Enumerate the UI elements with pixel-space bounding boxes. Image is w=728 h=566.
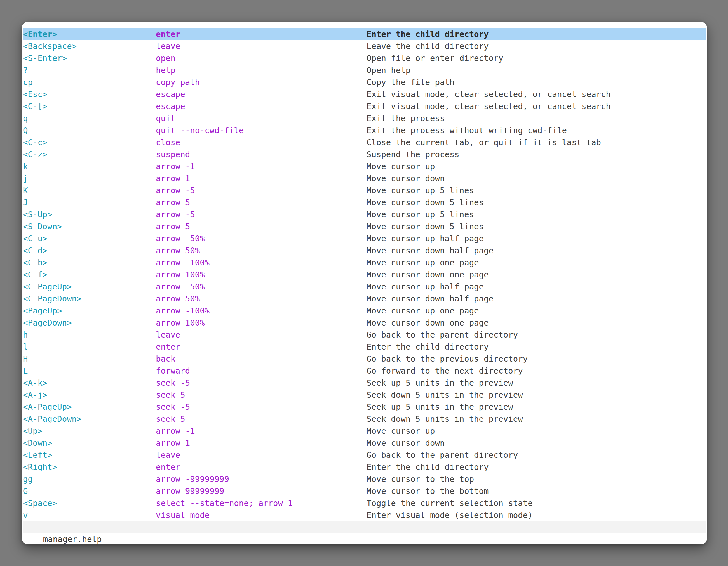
keybind-key: <Esc> bbox=[23, 88, 156, 100]
keybind-command: arrow 50% bbox=[156, 245, 367, 257]
keybind-command: arrow -50% bbox=[156, 233, 367, 245]
keybind-command: arrow 1 bbox=[156, 173, 367, 185]
keybind-description: Move cursor up half page bbox=[367, 281, 706, 293]
keybind-description: Go back to the parent directory bbox=[367, 329, 706, 341]
keybind-row[interactable]: j arrow 1 Move cursor down bbox=[23, 173, 706, 185]
keybind-description: Seek down 5 units in the preview bbox=[367, 389, 706, 401]
keybind-command: quit bbox=[156, 112, 367, 125]
keybind-command: arrow -5 bbox=[156, 185, 367, 197]
keybind-row[interactable]: <Esc> escape Exit visual mode, clear sel… bbox=[23, 88, 706, 100]
keybind-row[interactable]: <S-Up> arrow -5 Move cursor up 5 lines bbox=[23, 209, 706, 221]
keybind-row[interactable]: <Enter> enter Enter the child directory bbox=[23, 28, 706, 40]
keybind-row[interactable]: ? help Open help bbox=[23, 64, 706, 76]
keybind-key: <Left> bbox=[23, 449, 156, 461]
keybind-description: Enter the child directory bbox=[367, 461, 706, 473]
keybind-command: arrow -100% bbox=[156, 305, 367, 317]
keybind-description: Suspend the process bbox=[367, 149, 706, 161]
keybind-row[interactable]: L forward Go forward to the next directo… bbox=[23, 365, 706, 377]
keybind-row[interactable]: H back Go back to the previous directory bbox=[23, 353, 706, 365]
keybind-command: arrow 5 bbox=[156, 197, 367, 209]
keybind-row[interactable]: l enter Enter the child directory bbox=[23, 341, 706, 353]
keybind-description: Move cursor up one page bbox=[367, 305, 706, 317]
keybind-command: help bbox=[156, 64, 367, 76]
keybind-key: <C-z> bbox=[23, 149, 156, 161]
keybind-key: h bbox=[23, 329, 156, 341]
keybind-row[interactable]: <C-[> escape Exit visual mode, clear sel… bbox=[23, 100, 706, 112]
keybind-command: open bbox=[156, 52, 367, 64]
keybind-row[interactable]: <S-Down> arrow 5 Move cursor down 5 line… bbox=[23, 221, 706, 233]
keybind-row[interactable]: <Backspace> leave Leave the child direct… bbox=[23, 40, 706, 52]
keybind-row[interactable]: cp copy path Copy the file path bbox=[23, 76, 706, 88]
keybind-key: v bbox=[23, 509, 156, 521]
keybind-description: Enter the child directory bbox=[367, 28, 706, 40]
keybind-row[interactable]: <Down> arrow 1 Move cursor down bbox=[23, 437, 706, 449]
keybind-row[interactable]: Q quit --no-cwd-file Exit the process wi… bbox=[23, 125, 706, 137]
keybind-command: leave bbox=[156, 449, 367, 461]
keybind-description: Move cursor down bbox=[367, 437, 706, 449]
keybind-row[interactable]: J arrow 5 Move cursor down 5 lines bbox=[23, 197, 706, 209]
keybind-description: Move cursor down one page bbox=[367, 317, 706, 329]
keybind-key: <PageUp> bbox=[23, 305, 156, 317]
keybind-row[interactable]: <A-k> seek -5 Seek up 5 units in the pre… bbox=[23, 377, 706, 389]
keybind-row[interactable]: <C-z> suspend Suspend the process bbox=[23, 149, 706, 161]
keybind-row[interactable]: gg arrow -99999999 Move cursor to the to… bbox=[23, 473, 706, 485]
keybind-description: Open file or enter directory bbox=[367, 52, 706, 64]
keybind-row[interactable]: <C-b> arrow -100% Move cursor up one pag… bbox=[23, 257, 706, 269]
keybind-key: G bbox=[23, 485, 156, 497]
keybind-key: <C-PageDown> bbox=[23, 293, 156, 305]
keybind-row[interactable]: <C-PageUp> arrow -50% Move cursor up hal… bbox=[23, 281, 706, 293]
keybind-row[interactable]: <C-c> close Close the current tab, or qu… bbox=[23, 137, 706, 149]
keybind-row[interactable]: <PageDown> arrow 100% Move cursor down o… bbox=[23, 317, 706, 329]
keybind-description: Enter the child directory bbox=[367, 341, 706, 353]
keybind-description: Move cursor up bbox=[367, 161, 706, 173]
keybind-command: escape bbox=[156, 88, 367, 100]
keybind-description: Move cursor down bbox=[367, 173, 706, 185]
keybind-command: enter bbox=[156, 341, 367, 353]
keybind-row[interactable]: h leave Go back to the parent directory bbox=[23, 329, 706, 341]
keybind-row[interactable]: v visual_mode Enter visual mode (selecti… bbox=[23, 509, 706, 521]
keybind-command: arrow -50% bbox=[156, 281, 367, 293]
keybind-command: enter bbox=[156, 461, 367, 473]
keybind-key: <S-Enter> bbox=[23, 52, 156, 64]
keybind-description: Move cursor up 5 lines bbox=[367, 185, 706, 197]
keybind-command: quit --no-cwd-file bbox=[156, 125, 367, 137]
keybind-row[interactable]: <Right> enter Enter the child directory bbox=[23, 461, 706, 473]
keybind-description: Move cursor down 5 lines bbox=[367, 221, 706, 233]
keybind-key: <C-b> bbox=[23, 257, 156, 269]
keybind-description: Toggle the current selection state bbox=[367, 497, 706, 509]
keybind-row[interactable]: <C-f> arrow 100% Move cursor down one pa… bbox=[23, 269, 706, 281]
keybind-row[interactable]: <A-PageUp> seek -5 Seek up 5 units in th… bbox=[23, 401, 706, 413]
keybind-row[interactable]: <C-d> arrow 50% Move cursor down half pa… bbox=[23, 245, 706, 257]
keybind-row[interactable]: <Space> select --state=none; arrow 1 Tog… bbox=[23, 497, 706, 509]
keybind-row[interactable]: <C-u> arrow -50% Move cursor up half pag… bbox=[23, 233, 706, 245]
keybind-command: seek 5 bbox=[156, 389, 367, 401]
keybind-key: <Enter> bbox=[23, 28, 156, 40]
keybind-row[interactable]: <PageUp> arrow -100% Move cursor up one … bbox=[23, 305, 706, 317]
keybind-command: arrow 100% bbox=[156, 269, 367, 281]
keybind-row[interactable]: <C-PageDown> arrow 50% Move cursor down … bbox=[23, 293, 706, 305]
keybind-description: Enter visual mode (selection mode) bbox=[367, 509, 706, 521]
keybind-key: <C-c> bbox=[23, 137, 156, 149]
keybind-command: leave bbox=[156, 329, 367, 341]
keybind-row[interactable]: k arrow -1 Move cursor up bbox=[23, 161, 706, 173]
help-window: <Enter> enter Enter the child directory … bbox=[22, 22, 707, 544]
keybind-description: Copy the file path bbox=[367, 76, 706, 88]
keybind-key: <A-PageDown> bbox=[23, 413, 156, 425]
keybind-row[interactable]: <S-Enter> open Open file or enter direct… bbox=[23, 52, 706, 64]
keybind-row[interactable]: <A-PageDown> seek 5 Seek down 5 units in… bbox=[23, 413, 706, 425]
keybind-row[interactable]: K arrow -5 Move cursor up 5 lines bbox=[23, 185, 706, 197]
keybind-row[interactable]: q quit Exit the process bbox=[23, 112, 706, 125]
keybind-row[interactable]: <A-j> seek 5 Seek down 5 units in the pr… bbox=[23, 389, 706, 401]
keybind-row[interactable]: <Up> arrow -1 Move cursor up bbox=[23, 425, 706, 437]
desktop: { "status_bar": { "label": "manager.help… bbox=[0, 0, 728, 566]
keybind-command: close bbox=[156, 137, 367, 149]
keybind-row[interactable]: <Left> leave Go back to the parent direc… bbox=[23, 449, 706, 461]
keybind-command: suspend bbox=[156, 149, 367, 161]
keybind-key: k bbox=[23, 161, 156, 173]
keybind-description: Move cursor up one page bbox=[367, 257, 706, 269]
keybind-key: <A-PageUp> bbox=[23, 401, 156, 413]
keybind-command: arrow 50% bbox=[156, 293, 367, 305]
keybind-key: <C-d> bbox=[23, 245, 156, 257]
keybind-row[interactable]: G arrow 99999999 Move cursor to the bott… bbox=[23, 485, 706, 497]
keybind-description: Move cursor down half page bbox=[367, 293, 706, 305]
